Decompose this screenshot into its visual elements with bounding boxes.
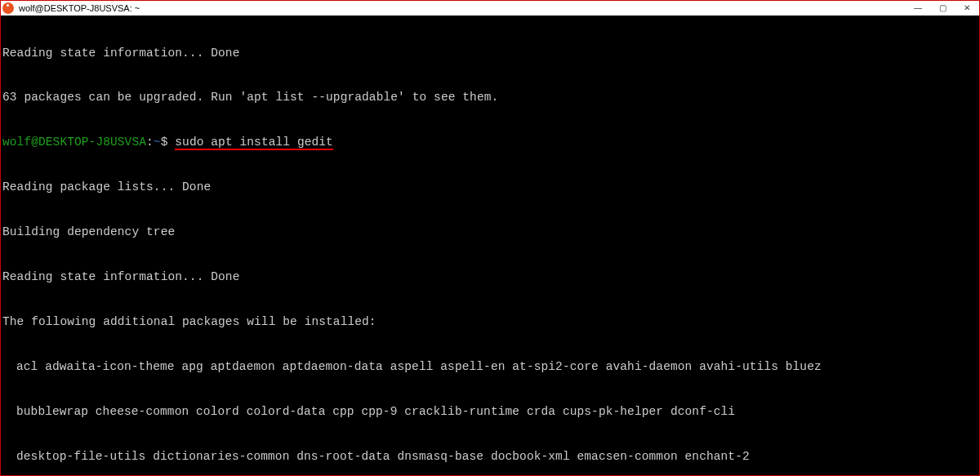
output-line: 63 packages can be upgraded. Run 'apt li…: [2, 90, 978, 105]
minimize-button[interactable]: —: [906, 1, 930, 16]
output-line: Reading state information... Done: [2, 46, 978, 60]
prompt-userhost: wolf@DESKTOP-J8USVSA: [2, 136, 146, 149]
output-line: Reading package lists... Done: [2, 180, 978, 194]
close-button[interactable]: ✕: [955, 1, 979, 16]
package-line: bubblewrap cheese-common colord colord-d…: [2, 404, 978, 419]
prompt-line: wolf@DESKTOP-J8USVSA:~$ sudo apt install…: [2, 135, 978, 149]
output-line: Building dependency tree: [2, 225, 978, 239]
ubuntu-icon: [2, 2, 14, 14]
package-line: desktop-file-utils dictionaries-common d…: [2, 449, 978, 464]
output-line: Reading state information... Done: [2, 269, 978, 284]
terminal-output[interactable]: Reading state information... Done 63 pac…: [1, 16, 979, 476]
window-titlebar: wolf@DESKTOP-J8USVSA: ~ — ▢ ✕: [1, 1, 979, 16]
prompt-colon: :: [146, 136, 154, 149]
window-controls: — ▢ ✕: [906, 1, 979, 16]
command-text: sudo apt install gedit: [175, 136, 333, 150]
prompt-symbol: $: [161, 136, 168, 149]
prompt-path: ~: [154, 136, 161, 149]
output-line: The following additional packages will b…: [2, 314, 978, 329]
maximize-button[interactable]: ▢: [930, 1, 955, 16]
window-title: wolf@DESKTOP-J8USVSA: ~: [19, 1, 140, 16]
package-line: acl adwaita-icon-theme apg aptdaemon apt…: [2, 359, 978, 374]
